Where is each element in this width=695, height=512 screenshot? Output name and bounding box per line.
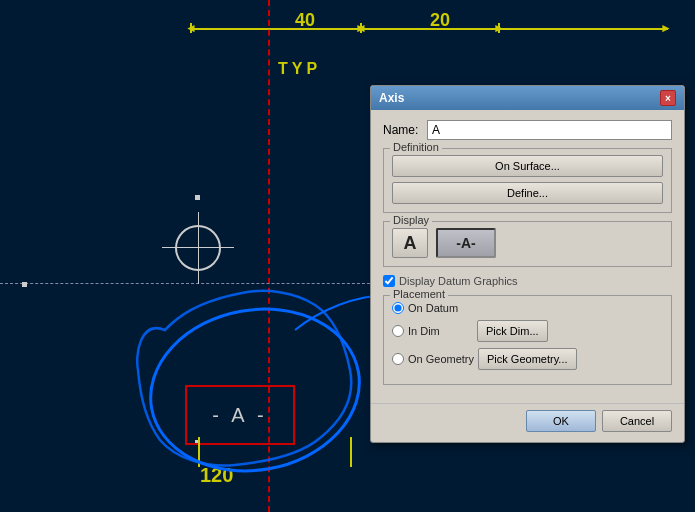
datum-box: - A - [185, 385, 295, 445]
on-surface-button[interactable]: On Surface... [392, 155, 663, 177]
placement-group: Placement On Datum In Dim Pick Dim... On… [383, 295, 672, 385]
in-dim-radio[interactable] [392, 325, 404, 337]
dim-40-arrow-l: ◄ [185, 21, 197, 35]
datum-graphics-row: Display Datum Graphics [383, 275, 672, 287]
in-dim-row: In Dim Pick Dim... [392, 320, 663, 342]
display-row: A -A- [392, 228, 663, 258]
placement-label: Placement [390, 288, 448, 300]
cross-vertical [198, 212, 199, 284]
dialog-title: Axis [379, 91, 404, 105]
name-input[interactable] [427, 120, 672, 140]
name-label: Name: [383, 123, 421, 137]
display-plain-button[interactable]: A [392, 228, 428, 258]
dialog-titlebar: Axis × [371, 86, 684, 110]
on-datum-row: On Datum [392, 302, 663, 314]
sq-dot-1 [195, 195, 200, 200]
dim-20-arrow-l: ◄ [355, 21, 367, 35]
definition-label: Definition [390, 141, 442, 153]
on-datum-radio[interactable] [392, 302, 404, 314]
on-geometry-radio[interactable] [392, 353, 404, 365]
sq-dot-3 [22, 282, 27, 287]
on-geometry-row: On Geometry Pick Geometry... [392, 348, 663, 370]
datum-graphics-label: Display Datum Graphics [399, 275, 518, 287]
cancel-button[interactable]: Cancel [602, 410, 672, 432]
dim-120-text: 120 [200, 464, 233, 487]
definition-group: Definition On Surface... Define... [383, 148, 672, 213]
dialog-close-button[interactable]: × [660, 90, 676, 106]
in-dim-label: In Dim [408, 325, 473, 337]
dim-40-line [190, 28, 360, 30]
center-line-horizontal [0, 283, 370, 284]
dialog-footer: OK Cancel [371, 403, 684, 442]
display-active-button[interactable]: -A- [436, 228, 496, 258]
display-label: Display [390, 214, 432, 226]
on-datum-label: On Datum [408, 302, 473, 314]
on-geometry-label: On Geometry [408, 353, 474, 365]
name-row: Name: [383, 120, 672, 140]
dim-120-right-bar [350, 437, 352, 467]
pick-geometry-button[interactable]: Pick Geometry... [478, 348, 576, 370]
dialog-body: Name: Definition On Surface... Define...… [371, 110, 684, 403]
display-group: Display A -A- [383, 221, 672, 267]
define-button[interactable]: Define... [392, 182, 663, 204]
pick-dim-button[interactable]: Pick Dim... [477, 320, 548, 342]
dim-120-left-bar [198, 437, 200, 467]
datum-graphics-checkbox[interactable] [383, 275, 395, 287]
axis-dialog: Axis × Name: Definition On Surface... De… [370, 85, 685, 443]
dim-20-ext-line [498, 28, 668, 30]
typ-text: TYP [278, 60, 321, 78]
datum-box-text: - A - [212, 404, 268, 427]
dim-20-line [360, 28, 500, 30]
ok-button[interactable]: OK [526, 410, 596, 432]
